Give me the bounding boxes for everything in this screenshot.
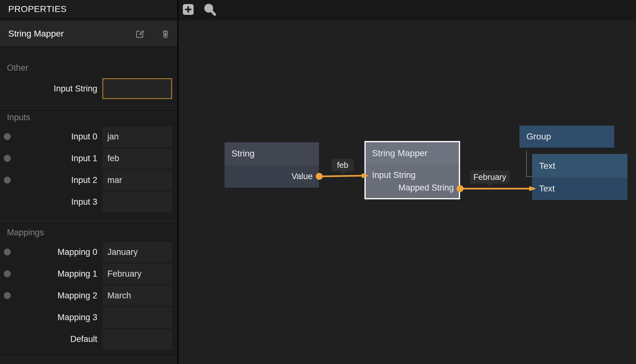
property-row-mapping-3: Mapping 3 [0, 307, 177, 328]
node-group[interactable]: Group [519, 126, 614, 148]
node-string-mapper-header: String Mapper [366, 142, 459, 164]
properties-header: PROPERTIES [0, 0, 177, 20]
node-text[interactable]: Text Text [532, 154, 627, 200]
property-row-mapping-1: Mapping 1 February [0, 264, 177, 284]
property-row-mapping-2: Mapping 2 March [0, 285, 177, 306]
node-string-body: Value [225, 165, 319, 188]
section-label-mappings: Mappings [7, 228, 44, 237]
input-0-field[interactable]: jan [102, 126, 172, 147]
canvas-toolbar [179, 0, 636, 21]
search-icon[interactable] [203, 2, 217, 16]
selected-node-row[interactable]: String Mapper [0, 21, 177, 47]
mapping-2-field[interactable]: March [102, 285, 172, 306]
property-row-mapping-0: Mapping 0 January [0, 242, 177, 262]
section-label-other: Other [7, 63, 28, 73]
wire-value-to-input-string[interactable] [323, 176, 363, 176]
group-child-connector [526, 150, 532, 177]
wire-value-tooltip: February [470, 170, 510, 184]
property-row-input-3: Input 3 [0, 192, 177, 212]
property-row-default: Default [0, 329, 177, 349]
node-title: Group [526, 126, 551, 148]
input-2-field[interactable]: mar [102, 170, 172, 191]
input-port-label: Input String [372, 169, 416, 181]
properties-panel: PROPERTIES String Mapper [0, 0, 177, 364]
node-title: String Mapper [372, 142, 428, 164]
edit-icon[interactable] [135, 29, 145, 39]
properties-title: PROPERTIES [8, 0, 67, 18]
input-1-field[interactable]: feb [102, 148, 172, 169]
mapping-0-field[interactable]: January [102, 242, 172, 262]
property-row-input-1: Input 1 feb [0, 148, 177, 169]
property-row-input-string: Input String [0, 78, 177, 99]
node-title: Text [539, 154, 555, 178]
delete-icon[interactable] [160, 29, 171, 39]
input-string-label: Input String [0, 78, 97, 99]
add-node-icon[interactable] [183, 4, 194, 15]
section-divider [0, 357, 177, 358]
selected-node-title: String Mapper [8, 21, 64, 46]
node-title: String [231, 142, 255, 165]
section-divider [0, 220, 177, 221]
section-divider [0, 105, 177, 106]
input-string-field[interactable] [102, 78, 172, 99]
input-port-label: Text [539, 178, 555, 200]
section-label-inputs: Inputs [7, 113, 30, 122]
default-field[interactable] [102, 329, 172, 349]
output-port-label: Mapped String [398, 181, 454, 194]
node-string[interactable]: String Value [225, 142, 319, 188]
property-row-input-2: Input 2 mar [0, 170, 177, 191]
node-editor-app: PROPERTIES String Mapper [0, 0, 636, 364]
node-string-mapper-body: Input String Mapped String [366, 164, 459, 198]
mapping-1-field[interactable]: February [102, 264, 172, 284]
flow-canvas[interactable]: String Value String Mapper Input String … [179, 0, 636, 364]
node-text-body: Text [532, 178, 627, 200]
wire-value-tooltip: feb [332, 159, 354, 171]
mapping-3-field[interactable] [102, 307, 172, 328]
node-string-mapper[interactable]: String Mapper Input String Mapped String [364, 141, 460, 199]
input-3-field[interactable] [102, 192, 172, 212]
node-string-header: String [225, 142, 319, 165]
output-port-label: Value [291, 165, 313, 188]
property-row-input-0: Input 0 jan [0, 126, 177, 147]
node-text-header: Text [532, 154, 627, 178]
